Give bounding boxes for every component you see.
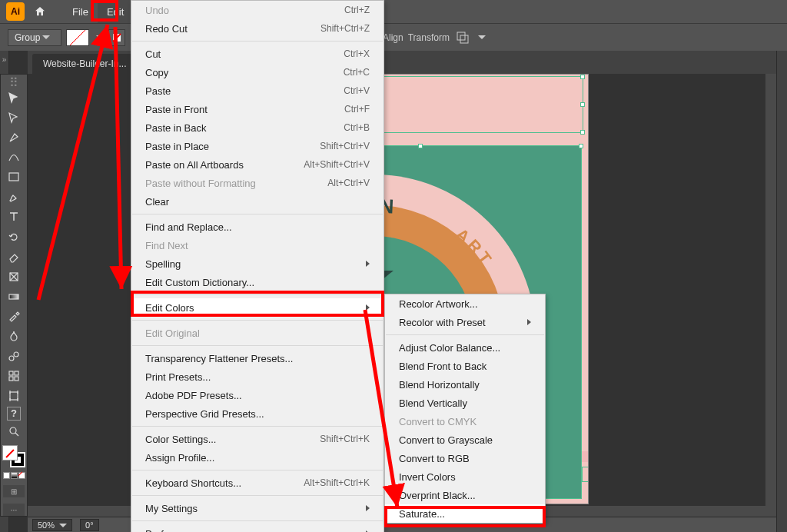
edit-toolbar-icon[interactable]: ···	[3, 504, 25, 516]
edit-menu-item-edit-colors[interactable]: Edit Colors	[131, 298, 384, 317]
eyedropper-tool[interactable]	[3, 307, 25, 325]
zoom-field[interactable]: 50%	[32, 519, 72, 531]
edit-menu-item-adobe-pdf-presets[interactable]: Adobe PDF Presets...	[131, 386, 384, 404]
scissors-tool[interactable]	[3, 268, 25, 286]
home-icon[interactable]	[31, 2, 49, 21]
colors-submenu-item-overprint-black[interactable]: Overprint Black...	[385, 486, 545, 504]
menu-item-label: Undo	[145, 5, 169, 16]
edit-menu-item-print-presets[interactable]: Print Presets...	[131, 367, 384, 386]
rotation-field[interactable]: 0°	[80, 519, 99, 531]
fill-none-button[interactable]	[108, 29, 125, 46]
menu-item-label: My Settings	[145, 503, 198, 514]
rectangle-tool[interactable]	[3, 168, 25, 186]
isolate-icon[interactable]	[454, 29, 471, 46]
eraser-tool[interactable]	[3, 248, 25, 266]
selection-tool[interactable]	[3, 88, 25, 107]
edit-menu-separator	[132, 470, 383, 470]
edit-menu-item-paste[interactable]: PasteCtrl+V	[131, 81, 384, 100]
menu-item-label: Blend Front to Back	[399, 361, 486, 372]
edit-menu-item-my-settings[interactable]: My Settings	[131, 499, 384, 517]
colors-submenu-item-convert-to-grayscale[interactable]: Convert to Grayscale	[385, 431, 545, 449]
edit-menu-item-cut[interactable]: CutCtrl+X	[131, 45, 384, 63]
more-options-icon[interactable]	[478, 35, 486, 39]
edit-menu-item-clear[interactable]: Clear	[131, 192, 384, 211]
symbol-sprayer-tool[interactable]	[3, 347, 25, 365]
edit-menu-item-paste-in-front[interactable]: Paste in FrontCtrl+F	[131, 100, 384, 118]
edge-tab-1	[582, 451, 589, 462]
menu-item-label: Paste in Back	[145, 122, 207, 134]
color-mode-icons[interactable]	[3, 472, 25, 479]
gradient-tool[interactable]	[3, 288, 25, 306]
align-button[interactable]: Align	[383, 32, 403, 43]
screen-mode-icon[interactable]: ⊞	[3, 485, 25, 497]
type-tool[interactable]	[3, 208, 25, 226]
svg-point-15	[14, 352, 18, 357]
menu-item-label: Convert to RGB	[399, 453, 470, 464]
menu-item-label: Saturate...	[399, 508, 445, 520]
colors-submenu-item-convert-to-rgb[interactable]: Convert to RGB	[385, 449, 545, 467]
edit-menu-item-copy[interactable]: CopyCtrl+C	[131, 63, 384, 81]
menu-item-label: Assign Profile...	[145, 452, 214, 464]
menu-item-label: Spelling	[145, 258, 181, 270]
colors-submenu-item-saturate[interactable]: Saturate...	[385, 504, 545, 523]
edit-menu-item-keyboard-shortcuts[interactable]: Keyboard Shortcuts...Alt+Shift+Ctrl+K	[131, 474, 384, 492]
panel-grip-icon[interactable]: ⠿	[3, 78, 25, 87]
menu-item-shortcut: Ctrl+X	[344, 48, 370, 59]
edit-menu-item-paste-in-place[interactable]: Paste in PlaceShift+Ctrl+V	[131, 137, 384, 155]
edit-menu-item-paste-on-all-artboards[interactable]: Paste on All ArtboardsAlt+Shift+Ctrl+V	[131, 155, 384, 174]
menu-item-shortcut: Shift+Ctrl+V	[320, 141, 370, 151]
edit-menu-item-assign-profile[interactable]: Assign Profile...	[131, 448, 384, 467]
edit-menu-separator	[132, 520, 383, 521]
svg-point-14	[9, 356, 14, 361]
paintbrush-tool[interactable]	[3, 188, 25, 206]
app-logo[interactable]: Ai	[6, 2, 25, 21]
menu-edit[interactable]: Edit	[98, 0, 133, 23]
right-dock-strip[interactable]	[776, 51, 787, 532]
blend-tool[interactable]	[3, 327, 25, 345]
edit-menu-item-paste-in-back[interactable]: Paste in BackCtrl+B	[131, 118, 384, 137]
edge-tab-2	[582, 467, 589, 482]
menu-item-label: Edit Original	[145, 328, 200, 339]
curvature-tool[interactable]	[3, 148, 25, 167]
colors-submenu-item-blend-front-to-back[interactable]: Blend Front to Back	[385, 357, 545, 375]
edit-menu-item-undo: UndoCtrl+Z	[131, 1, 384, 19]
rotate-tool[interactable]	[3, 228, 25, 246]
svg-rect-20	[10, 392, 18, 400]
fill-dropdown-icon[interactable]	[96, 35, 104, 39]
direct-selection-tool[interactable]	[3, 108, 25, 127]
edit-menu-dropdown: UndoCtrl+ZRedo CutShift+Ctrl+ZCutCtrl+XC…	[131, 0, 384, 532]
edit-menu-item-redo-cut[interactable]: Redo CutShift+Ctrl+Z	[131, 19, 384, 38]
document-tab[interactable]: Website-Builder-In...	[32, 54, 138, 74]
edit-menu-item-color-settings[interactable]: Color Settings...Shift+Ctrl+K	[131, 430, 384, 448]
edit-menu-item-find-and-replace[interactable]: Find and Replace...	[131, 218, 384, 236]
vertical-scrollbar[interactable]	[765, 74, 776, 506]
menu-item-label: Color Settings...	[145, 434, 217, 445]
artboard-tool[interactable]	[3, 387, 25, 405]
colors-submenu-item-recolor-with-preset[interactable]: Recolor with Preset	[385, 313, 545, 331]
fill-swatch[interactable]	[66, 29, 89, 46]
colors-submenu-item-invert-colors[interactable]: Invert Colors	[385, 467, 545, 486]
selection-type-field[interactable]: Group	[8, 29, 61, 46]
menu-file[interactable]: File	[63, 0, 98, 23]
edit-menu-item-spelling[interactable]: Spelling	[131, 254, 384, 273]
graph-tool[interactable]	[3, 367, 25, 385]
colors-submenu-item-blend-horizontally[interactable]: Blend Horizontally	[385, 375, 545, 394]
menu-item-label: Convert to Grayscale	[399, 434, 493, 446]
colors-submenu-item-adjust-color-balance[interactable]: Adjust Color Balance...	[385, 338, 545, 357]
colors-submenu-item-blend-vertically[interactable]: Blend Vertically	[385, 394, 545, 412]
fill-stroke-control[interactable]	[2, 445, 25, 468]
edit-menu-item-transparency-flattener-presets[interactable]: Transparency Flattener Presets...	[131, 349, 384, 367]
pen-tool[interactable]	[3, 128, 25, 147]
transform-button[interactable]: Transform	[408, 32, 450, 43]
menu-item-label: Preferences	[145, 528, 199, 533]
menu-item-label: Cut	[145, 48, 161, 60]
menu-item-label: Recolor Artwork...	[399, 298, 478, 310]
edit-menu-item-perspective-grid-presets[interactable]: Perspective Grid Presets...	[131, 404, 384, 423]
zoom-tool[interactable]	[3, 422, 25, 441]
help-tool[interactable]: ?	[7, 407, 21, 421]
colors-submenu-item-recolor-artwork[interactable]: Recolor Artwork...	[385, 294, 545, 313]
svg-rect-6	[457, 32, 465, 40]
edit-menu-separator	[132, 345, 383, 346]
edit-menu-item-edit-custom-dictionary[interactable]: Edit Custom Dictionary...	[131, 273, 384, 291]
edit-menu-item-preferences[interactable]: Preferences	[131, 524, 384, 532]
